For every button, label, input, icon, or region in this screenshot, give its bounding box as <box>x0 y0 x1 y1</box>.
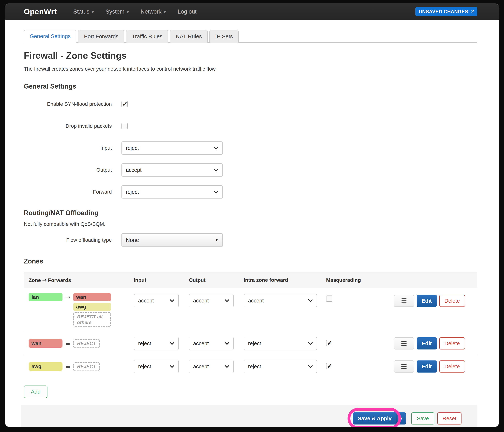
flow-offloading-label: Flow offloading type <box>24 237 112 243</box>
nav-logout[interactable]: Log out <box>178 9 196 15</box>
caret-down-icon: ▾ <box>92 9 94 14</box>
zone-badge-awg: awg <box>28 362 63 371</box>
chevron-down-icon <box>308 342 313 345</box>
col-intra-zone-forward: Intra zone forward <box>244 277 326 283</box>
reset-button[interactable]: Reset <box>437 412 461 424</box>
tab-nat-rules[interactable]: NAT Rules <box>170 30 208 43</box>
forward-badge-awg: awg <box>73 303 111 311</box>
zone-lan-output-select[interactable]: accept <box>189 294 234 307</box>
zone-wan-delete-button[interactable]: Delete <box>439 337 465 349</box>
input-policy-label: Input <box>24 145 112 151</box>
output-policy-label: Output <box>24 167 112 173</box>
save-button[interactable]: Save <box>411 412 434 424</box>
nav-network[interactable]: Network ▾ <box>141 9 166 15</box>
zone-wan-masquerading-checkbox[interactable] <box>326 340 332 346</box>
chevron-down-icon <box>170 365 174 368</box>
tab-traffic-rules[interactable]: Traffic Rules <box>126 30 168 43</box>
zone-wan-edit-button[interactable]: Edit <box>417 337 437 349</box>
zone-wan-intra-select[interactable]: reject <box>244 337 317 350</box>
chevron-down-icon <box>308 365 313 368</box>
input-policy-row: Input reject <box>24 141 477 155</box>
routing-offloading-heading: Routing/NAT Offloading <box>24 209 477 217</box>
zone-lan-input-select[interactable]: accept <box>134 294 179 307</box>
zone-awg-masquerading-checkbox[interactable] <box>326 363 332 369</box>
zone-badge-wan: wan <box>28 339 63 348</box>
reject-note: REJECT <box>73 339 100 348</box>
chevron-down-icon <box>170 342 174 345</box>
tab-port-forwards[interactable]: Port Forwards <box>78 30 124 43</box>
input-policy-select[interactable]: reject <box>121 141 223 155</box>
zone-lan-sort-button[interactable] <box>394 295 414 307</box>
flow-offloading-row: Flow offloading type None ▼ <box>24 233 477 247</box>
browser-page: OpenWrt Status ▾ System ▾ Network ▾ Log … <box>5 3 499 427</box>
zone-lan-edit-button[interactable]: Edit <box>417 295 437 307</box>
page-title: Firewall - Zone Settings <box>24 50 477 61</box>
add-zone-button[interactable]: Add <box>24 386 47 398</box>
menu-icon <box>401 341 406 346</box>
zones-table-header: Zone ⇒ Forwards Input Output Intra zone … <box>24 272 477 288</box>
zone-awg-sort-button[interactable] <box>394 361 414 372</box>
firewall-tabs: General Settings Port Forwards Traffic R… <box>24 30 477 43</box>
general-settings-heading: General Settings <box>24 83 477 90</box>
zone-row-awg: awg ⇒ REJECT reject accept <box>24 355 477 378</box>
zones-table: Zone ⇒ Forwards Input Output Intra zone … <box>24 272 477 378</box>
syn-flood-checkbox[interactable] <box>121 101 128 107</box>
zone-lan-masquerading-checkbox[interactable] <box>326 295 332 302</box>
dropdown-arrow-icon: ▼ <box>400 416 403 421</box>
forward-policy-label: Forward <box>24 189 112 195</box>
routing-offloading-note: Not fully compatible with QoS/SQM. <box>24 221 477 227</box>
nav-status[interactable]: Status ▾ <box>73 9 94 15</box>
zone-wan-input-select[interactable]: reject <box>134 337 179 350</box>
zone-lan-delete-button[interactable]: Delete <box>439 295 465 307</box>
syn-flood-label: Enable SYN-flood protection <box>24 101 112 107</box>
forward-policy-select[interactable]: reject <box>121 185 223 199</box>
zones-heading: Zones <box>24 258 477 265</box>
nav-system[interactable]: System ▾ <box>106 9 129 15</box>
save-apply-split-button: Save & Apply ▼ <box>353 412 406 424</box>
drop-invalid-row: Drop invalid packets <box>24 120 477 133</box>
tab-ip-sets[interactable]: IP Sets <box>209 30 239 43</box>
chevron-down-icon <box>225 342 229 345</box>
reject-all-others-note: REJECT all others <box>73 312 111 327</box>
footer-action-bar: Save & Apply ▼ Save Reset <box>21 405 477 427</box>
chevron-down-icon <box>170 299 174 302</box>
zone-wan-output-select[interactable]: accept <box>189 337 234 350</box>
chevron-down-icon <box>213 147 218 150</box>
chevron-down-icon <box>213 190 218 194</box>
chevron-down-icon <box>308 299 313 302</box>
caret-down-icon: ▾ <box>164 9 166 14</box>
col-input: Input <box>134 277 189 283</box>
page-subtitle: The firewall creates zones over your net… <box>24 66 477 72</box>
zone-awg-input-select[interactable]: reject <box>134 360 179 373</box>
output-policy-select[interactable]: accept <box>121 163 223 177</box>
zone-awg-intra-select[interactable]: reject <box>244 360 317 373</box>
tab-general-settings[interactable]: General Settings <box>24 30 76 43</box>
zone-awg-output-select[interactable]: accept <box>189 360 234 373</box>
forward-arrow-icon: ⇒ <box>65 363 70 370</box>
output-policy-row: Output accept <box>24 163 477 177</box>
zone-lan-intra-select[interactable]: accept <box>244 294 317 307</box>
caret-down-icon: ▾ <box>126 9 129 14</box>
top-navbar: OpenWrt Status ▾ System ▾ Network ▾ Log … <box>5 3 499 20</box>
flow-offloading-select[interactable]: None ▼ <box>121 233 223 247</box>
save-apply-dropdown-button[interactable]: ▼ <box>397 412 406 424</box>
col-zone-forwards: Zone ⇒ Forwards <box>24 277 134 283</box>
forward-badge-wan: wan <box>73 293 111 301</box>
dropdown-arrow-icon: ▼ <box>215 238 218 242</box>
unsaved-changes-badge[interactable]: UNSAVED CHANGES: 2 <box>415 7 477 16</box>
col-masquerading: Masquerading <box>326 277 394 283</box>
reject-note: REJECT <box>73 362 100 371</box>
chevron-down-icon <box>213 169 218 172</box>
col-output: Output <box>189 277 244 283</box>
chevron-down-icon <box>225 299 229 302</box>
zone-row-lan: lan ⇒ wan awg REJECT all others accept <box>24 288 477 332</box>
drop-invalid-label: Drop invalid packets <box>24 123 112 129</box>
forward-arrow-icon: ⇒ <box>65 293 70 301</box>
zone-awg-delete-button[interactable]: Delete <box>439 361 465 372</box>
zone-awg-edit-button[interactable]: Edit <box>417 361 437 372</box>
save-apply-button[interactable]: Save & Apply <box>353 412 397 424</box>
zone-wan-sort-button[interactable] <box>394 337 414 349</box>
drop-invalid-checkbox[interactable] <box>121 123 128 129</box>
zone-row-wan: wan ⇒ REJECT reject accept <box>24 332 477 355</box>
chevron-down-icon <box>225 365 229 368</box>
